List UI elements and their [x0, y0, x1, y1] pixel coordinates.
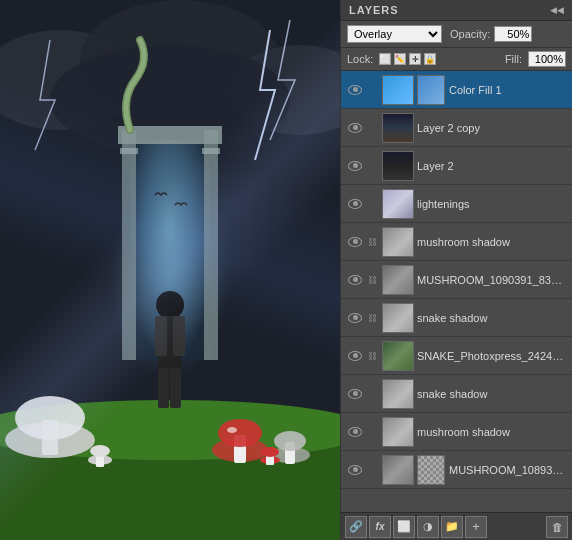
- link-layers-button[interactable]: 🔗: [345, 516, 367, 538]
- svg-point-15: [156, 291, 184, 319]
- layer-name: mushroom shadow: [417, 426, 568, 438]
- layer-name: Color Fill 1: [449, 84, 568, 96]
- panel-header: LAYERS ◀◀: [341, 0, 572, 21]
- svg-point-31: [88, 455, 112, 465]
- svg-point-24: [212, 438, 268, 462]
- layer-visibility-toggle[interactable]: [345, 194, 365, 214]
- layer-item[interactable]: mushroom shadow: [341, 413, 572, 451]
- svg-point-26: [218, 419, 262, 447]
- layer-name: MUSHROOM_1089356_...: [449, 464, 568, 476]
- layer-thumbnail: [382, 189, 414, 219]
- lock-transparent-btn[interactable]: ⬜: [379, 53, 391, 65]
- lock-pixels-btn[interactable]: ✏️: [394, 53, 406, 65]
- lock-position-btn[interactable]: ✛: [409, 53, 421, 65]
- svg-point-27: [227, 427, 237, 433]
- layer-item[interactable]: ⛓SNAKE_Photoxpress_2424101: [341, 337, 572, 375]
- layer-visibility-toggle[interactable]: [345, 384, 365, 404]
- layer-item[interactable]: Layer 2 copy: [341, 109, 572, 147]
- svg-rect-9: [118, 126, 222, 144]
- layer-visibility-toggle[interactable]: [345, 80, 365, 100]
- layer-name: Layer 2 copy: [417, 122, 568, 134]
- layer-chain-icon: ⛓: [365, 308, 379, 328]
- canvas-image: [0, 0, 340, 540]
- layer-thumbnail: [382, 265, 414, 295]
- svg-rect-19: [158, 368, 169, 408]
- adjustment-layer-button[interactable]: ◑: [417, 516, 439, 538]
- lock-icons: ⬜ ✏️ ✛ 🔒: [379, 53, 436, 65]
- layer-thumbnail: [382, 227, 414, 257]
- add-mask-button[interactable]: ⬜: [393, 516, 415, 538]
- svg-rect-20: [170, 368, 181, 408]
- svg-point-30: [274, 431, 306, 451]
- layer-thumbnail: [382, 113, 414, 143]
- layer-thumbnail: [382, 379, 414, 409]
- svg-point-14: [0, 400, 340, 460]
- svg-rect-17: [155, 316, 167, 356]
- opacity-input[interactable]: [494, 26, 532, 42]
- layer-item[interactable]: lightenings: [341, 185, 572, 223]
- delete-layer-button[interactable]: 🗑: [546, 516, 568, 538]
- svg-rect-35: [266, 453, 274, 465]
- layer-name: lightenings: [417, 198, 568, 210]
- lock-all-btn[interactable]: 🔒: [424, 53, 436, 65]
- layer-visibility-toggle[interactable]: [345, 308, 365, 328]
- new-group-button[interactable]: 📁: [441, 516, 463, 538]
- layer-item[interactable]: snake shadow: [341, 375, 572, 413]
- layer-mask-thumbnail: [417, 75, 445, 105]
- layer-thumbnail: [382, 303, 414, 333]
- layer-item[interactable]: ⛓snake shadow: [341, 299, 572, 337]
- blend-mode-select[interactable]: Overlay: [347, 25, 442, 43]
- layer-visibility-toggle[interactable]: [345, 422, 365, 442]
- new-layer-button[interactable]: +: [465, 516, 487, 538]
- svg-point-34: [260, 456, 280, 464]
- layer-name: mushroom shadow: [417, 236, 568, 248]
- svg-rect-16: [158, 316, 182, 371]
- layers-list: Color Fill 1Layer 2 copyLayer 2lightenin…: [341, 71, 572, 512]
- layer-thumbnail: [382, 417, 414, 447]
- lock-label: Lock:: [347, 53, 373, 65]
- svg-point-5: [110, 180, 230, 380]
- svg-rect-6: [130, 140, 210, 360]
- layer-visibility-toggle[interactable]: [345, 156, 365, 176]
- canvas-area: [0, 0, 340, 540]
- layer-item[interactable]: ⛓MUSHROOM_1090391_83896767: [341, 261, 572, 299]
- opacity-label: Opacity:: [450, 28, 490, 40]
- svg-rect-25: [234, 435, 246, 463]
- layer-visibility-toggle[interactable]: [345, 232, 365, 252]
- layer-visibility-toggle[interactable]: [345, 118, 365, 138]
- svg-rect-13: [0, 430, 340, 540]
- svg-point-36: [261, 447, 279, 457]
- layer-item[interactable]: ⛓mushroom shadow: [341, 223, 572, 261]
- svg-point-23: [15, 396, 85, 440]
- layer-fx-button[interactable]: fx: [369, 516, 391, 538]
- svg-rect-22: [42, 420, 58, 455]
- layer-thumbnail: [382, 75, 414, 105]
- svg-point-3: [230, 45, 340, 135]
- svg-point-33: [90, 445, 110, 457]
- lock-row: Lock: ⬜ ✏️ ✛ 🔒 Fill:: [341, 48, 572, 71]
- svg-rect-32: [96, 452, 104, 467]
- layer-visibility-toggle[interactable]: [345, 270, 365, 290]
- svg-rect-18: [173, 316, 185, 356]
- collapse-left-icon[interactable]: ◀◀: [550, 5, 564, 15]
- panel-title: LAYERS: [349, 4, 399, 16]
- fill-input[interactable]: [528, 51, 566, 67]
- layer-item[interactable]: Color Fill 1: [341, 71, 572, 109]
- layer-chain-icon: ⛓: [365, 232, 379, 252]
- layer-name: SNAKE_Photoxpress_2424101: [417, 350, 568, 362]
- layer-name: snake shadow: [417, 388, 568, 400]
- layer-visibility-toggle[interactable]: [345, 460, 365, 480]
- layer-visibility-toggle[interactable]: [345, 346, 365, 366]
- layer-thumbnail: [382, 455, 414, 485]
- layer-name: snake shadow: [417, 312, 568, 324]
- panel-collapse-icons: ◀◀: [550, 5, 564, 15]
- svg-rect-8: [204, 130, 218, 360]
- layer-item[interactable]: MUSHROOM_1089356_...: [341, 451, 572, 489]
- panel-toolbar: 🔗 fx ⬜ ◑ 📁 + 🗑: [341, 512, 572, 540]
- layer-thumbnail: [382, 341, 414, 371]
- layer-mask-thumbnail: [417, 455, 445, 485]
- layer-name: Layer 2: [417, 160, 568, 172]
- layer-item[interactable]: Layer 2: [341, 147, 572, 185]
- fill-label: Fill:: [505, 53, 522, 65]
- blend-mode-row: Overlay Opacity:: [341, 21, 572, 48]
